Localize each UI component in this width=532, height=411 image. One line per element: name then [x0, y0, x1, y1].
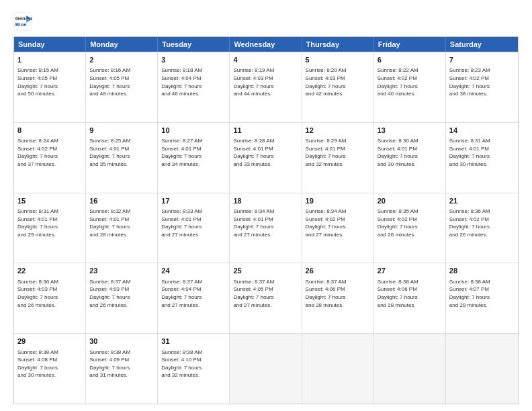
day-cell-12: 12Sunrise: 8:29 AMSunset: 4:01 PMDayligh… — [302, 123, 374, 193]
logo: General Blue — [13, 12, 35, 31]
day-cell-10: 10Sunrise: 8:27 AMSunset: 4:01 PMDayligh… — [158, 123, 230, 193]
cell-details: Sunrise: 8:29 AMSunset: 4:01 PMDaylight:… — [306, 137, 370, 168]
week-row-1: 1Sunrise: 8:15 AMSunset: 4:05 PMDaylight… — [14, 52, 518, 122]
cell-details: Sunrise: 8:32 AMSunset: 4:01 PMDaylight:… — [89, 208, 154, 238]
day-cell-5: 5Sunrise: 8:20 AMSunset: 4:03 PMDaylight… — [302, 52, 374, 122]
day-number: 29 — [17, 336, 82, 347]
day-number: 26 — [306, 266, 370, 276]
day-number: 16 — [89, 196, 154, 206]
day-cell-7: 7Sunrise: 8:23 AMSunset: 4:02 PMDaylight… — [446, 52, 518, 122]
empty-cell — [374, 334, 446, 404]
day-cell-24: 24Sunrise: 8:37 AMSunset: 4:04 PMDayligh… — [158, 263, 230, 333]
cell-details: Sunrise: 8:31 AMSunset: 4:01 PMDaylight:… — [17, 208, 82, 238]
cell-details: Sunrise: 8:25 AMSunset: 4:01 PMDaylight:… — [89, 137, 154, 168]
cell-details: Sunrise: 8:28 AMSunset: 4:01 PMDaylight:… — [233, 137, 298, 168]
day-number: 14 — [449, 126, 515, 136]
day-number: 13 — [378, 126, 442, 136]
calendar-header: SundayMondayTuesdayWednesdayThursdayFrid… — [14, 37, 518, 52]
day-number: 12 — [306, 126, 370, 136]
day-number: 22 — [17, 266, 82, 276]
day-cell-15: 15Sunrise: 8:31 AMSunset: 4:01 PMDayligh… — [14, 193, 86, 263]
day-number: 23 — [89, 266, 154, 276]
col-header-tuesday: Tuesday — [158, 37, 230, 52]
cell-details: Sunrise: 8:38 AMSunset: 4:10 PMDaylight:… — [161, 349, 226, 379]
week-row-3: 15Sunrise: 8:31 AMSunset: 4:01 PMDayligh… — [14, 193, 518, 263]
page: General Blue SundayMondayTuesdayWednesda… — [0, 0, 532, 411]
cell-details: Sunrise: 8:37 AMSunset: 4:06 PMDaylight:… — [306, 278, 370, 309]
cell-details: Sunrise: 8:15 AMSunset: 4:05 PMDaylight:… — [17, 66, 82, 97]
cell-details: Sunrise: 8:34 AMSunset: 4:01 PMDaylight:… — [233, 208, 298, 238]
day-number: 7 — [449, 55, 515, 65]
day-number: 19 — [306, 196, 370, 206]
cell-details: Sunrise: 8:37 AMSunset: 4:04 PMDaylight:… — [161, 278, 226, 309]
cell-details: Sunrise: 8:23 AMSunset: 4:02 PMDaylight:… — [449, 66, 515, 97]
cell-details: Sunrise: 8:20 AMSunset: 4:03 PMDaylight:… — [306, 66, 370, 97]
day-number: 18 — [233, 196, 298, 206]
day-cell-16: 16Sunrise: 8:32 AMSunset: 4:01 PMDayligh… — [86, 193, 158, 263]
day-cell-6: 6Sunrise: 8:22 AMSunset: 4:02 PMDaylight… — [374, 52, 446, 122]
cell-details: Sunrise: 8:38 AMSunset: 4:09 PMDaylight:… — [89, 349, 154, 379]
day-number: 9 — [89, 126, 154, 136]
day-number: 27 — [378, 266, 442, 276]
day-cell-22: 22Sunrise: 8:36 AMSunset: 4:03 PMDayligh… — [14, 263, 86, 333]
cell-details: Sunrise: 8:22 AMSunset: 4:02 PMDaylight:… — [378, 66, 442, 97]
day-cell-29: 29Sunrise: 8:38 AMSunset: 4:08 PMDayligh… — [14, 334, 86, 404]
col-header-friday: Friday — [374, 37, 446, 52]
calendar-body: 1Sunrise: 8:15 AMSunset: 4:05 PMDaylight… — [14, 52, 518, 404]
cell-details: Sunrise: 8:36 AMSunset: 4:02 PMDaylight:… — [449, 208, 515, 238]
day-cell-28: 28Sunrise: 8:38 AMSunset: 4:07 PMDayligh… — [446, 263, 518, 333]
day-cell-30: 30Sunrise: 8:38 AMSunset: 4:09 PMDayligh… — [86, 334, 158, 404]
empty-cell — [302, 334, 374, 404]
day-cell-19: 19Sunrise: 8:34 AMSunset: 4:02 PMDayligh… — [302, 193, 374, 263]
day-number: 21 — [449, 196, 515, 206]
cell-details: Sunrise: 8:37 AMSunset: 4:05 PMDaylight:… — [233, 278, 298, 309]
day-cell-23: 23Sunrise: 8:37 AMSunset: 4:03 PMDayligh… — [86, 263, 158, 333]
day-cell-17: 17Sunrise: 8:33 AMSunset: 4:01 PMDayligh… — [158, 193, 230, 263]
cell-details: Sunrise: 8:19 AMSunset: 4:03 PMDaylight:… — [233, 66, 298, 97]
day-number: 25 — [233, 266, 298, 276]
day-cell-11: 11Sunrise: 8:28 AMSunset: 4:01 PMDayligh… — [230, 123, 302, 193]
cell-details: Sunrise: 8:31 AMSunset: 4:01 PMDaylight:… — [449, 137, 515, 168]
cell-details: Sunrise: 8:30 AMSunset: 4:01 PMDaylight:… — [378, 137, 442, 168]
day-cell-20: 20Sunrise: 8:35 AMSunset: 4:02 PMDayligh… — [374, 193, 446, 263]
col-header-wednesday: Wednesday — [230, 37, 302, 52]
day-cell-18: 18Sunrise: 8:34 AMSunset: 4:01 PMDayligh… — [230, 193, 302, 263]
day-number: 20 — [378, 196, 442, 206]
day-number: 6 — [378, 55, 442, 65]
day-number: 30 — [89, 336, 154, 347]
day-cell-9: 9Sunrise: 8:25 AMSunset: 4:01 PMDaylight… — [86, 123, 158, 193]
calendar: SundayMondayTuesdayWednesdayThursdayFrid… — [13, 36, 519, 404]
header: General Blue — [13, 12, 519, 31]
day-cell-1: 1Sunrise: 8:15 AMSunset: 4:05 PMDaylight… — [14, 52, 86, 122]
day-number: 17 — [161, 196, 226, 206]
col-header-sunday: Sunday — [14, 37, 86, 52]
logo-icon: General Blue — [13, 12, 32, 31]
day-number: 10 — [161, 126, 226, 136]
day-number: 28 — [449, 266, 515, 276]
day-cell-25: 25Sunrise: 8:37 AMSunset: 4:05 PMDayligh… — [230, 263, 302, 333]
col-header-monday: Monday — [86, 37, 158, 52]
day-number: 5 — [306, 55, 370, 65]
day-number: 3 — [161, 55, 226, 65]
cell-details: Sunrise: 8:37 AMSunset: 4:03 PMDaylight:… — [89, 278, 154, 309]
cell-details: Sunrise: 8:16 AMSunset: 4:05 PMDaylight:… — [89, 66, 154, 97]
day-cell-26: 26Sunrise: 8:37 AMSunset: 4:06 PMDayligh… — [302, 263, 374, 333]
day-cell-27: 27Sunrise: 8:38 AMSunset: 4:06 PMDayligh… — [374, 263, 446, 333]
day-number: 1 — [17, 55, 82, 65]
day-cell-14: 14Sunrise: 8:31 AMSunset: 4:01 PMDayligh… — [446, 123, 518, 193]
col-header-thursday: Thursday — [302, 37, 374, 52]
cell-details: Sunrise: 8:33 AMSunset: 4:01 PMDaylight:… — [161, 208, 226, 238]
day-number: 15 — [17, 196, 82, 206]
day-cell-13: 13Sunrise: 8:30 AMSunset: 4:01 PMDayligh… — [374, 123, 446, 193]
day-cell-8: 8Sunrise: 8:24 AMSunset: 4:02 PMDaylight… — [14, 123, 86, 193]
cell-details: Sunrise: 8:38 AMSunset: 4:07 PMDaylight:… — [449, 278, 515, 309]
week-row-5: 29Sunrise: 8:38 AMSunset: 4:08 PMDayligh… — [14, 333, 518, 404]
day-number: 31 — [161, 336, 226, 347]
cell-details: Sunrise: 8:36 AMSunset: 4:03 PMDaylight:… — [17, 278, 82, 309]
day-number: 2 — [89, 55, 154, 65]
cell-details: Sunrise: 8:18 AMSunset: 4:04 PMDaylight:… — [161, 66, 226, 97]
day-number: 8 — [17, 126, 82, 136]
week-row-2: 8Sunrise: 8:24 AMSunset: 4:02 PMDaylight… — [14, 122, 518, 193]
day-cell-21: 21Sunrise: 8:36 AMSunset: 4:02 PMDayligh… — [446, 193, 518, 263]
day-number: 4 — [233, 55, 298, 65]
